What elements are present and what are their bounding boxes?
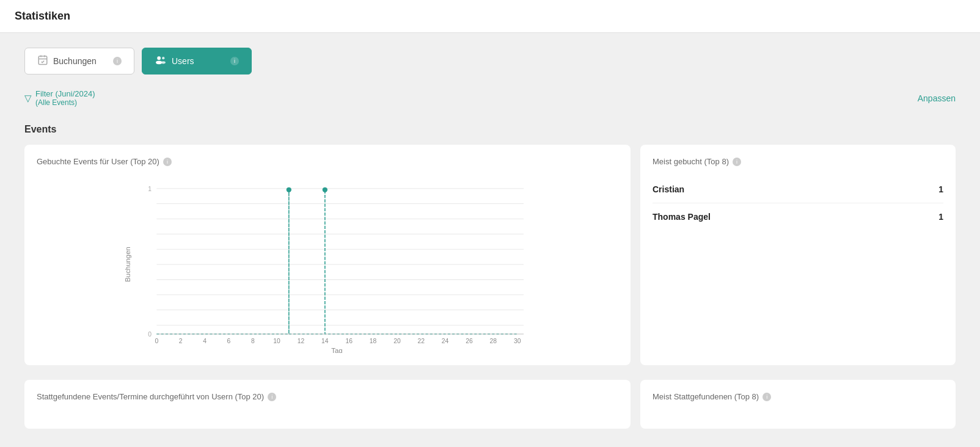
svg-rect-0 [38,56,47,65]
svg-text:26: 26 [466,338,473,344]
events-section: Events Gebuchte Events für User (Top 20)… [24,124,956,429]
bottom-side-card: Meist Stattgefundenen (Top 8) i [640,380,956,429]
svg-point-4 [157,56,161,60]
svg-text:28: 28 [490,338,497,344]
bottom-row: Stattgefundene Events/Termine durchgefüh… [24,380,956,429]
tab-buchungen[interactable]: Buchungen i [24,48,134,74]
filter-main-text: Filter (Juni/2024) [35,89,95,98]
svg-point-22 [287,187,291,192]
buchungen-info-icon[interactable]: i [113,57,122,65]
tab-buchungen-label: Buchungen [53,56,97,66]
top8-card: Meist gebucht (Top 8) i Cristian 1 Thoma… [640,145,956,365]
svg-text:10: 10 [273,338,280,344]
ranking-count-cristian: 1 [938,184,943,194]
ranking-item-cristian: Cristian 1 [653,176,943,203]
svg-text:14: 14 [321,338,329,344]
svg-text:4: 4 [203,338,207,344]
bottom-side-info-icon[interactable]: i [762,393,771,401]
tab-row: Buchungen i Users i [24,48,956,74]
svg-text:8: 8 [251,338,255,344]
svg-point-5 [162,57,164,59]
svg-text:1: 1 [148,186,152,192]
ranking-list: Cristian 1 Thomas Pagel 1 [653,176,943,230]
chart1-info-icon[interactable]: i [163,158,172,166]
users-icon [155,54,167,68]
filter-icon: ▽ [24,93,32,104]
line-chart-svg: Buchungen 1 [37,176,618,353]
ranking-count-thomas: 1 [938,212,943,222]
svg-text:16: 16 [345,338,353,344]
page-title: Statistiken [15,10,70,22]
bottom-chart-card: Stattgefundene Events/Termine durchgefüh… [24,380,631,429]
charts-row: Gebuchte Events für User (Top 20) i Buch… [24,145,956,365]
svg-point-6 [156,60,162,64]
svg-text:20: 20 [393,338,401,344]
top8-info-icon[interactable]: i [733,158,741,166]
filter-row: ▽ Filter (Juni/2024) (Alle Events) Anpas… [24,89,956,107]
svg-text:24: 24 [442,338,449,344]
svg-text:2: 2 [179,338,183,344]
calendar-icon [37,54,48,68]
svg-text:6: 6 [227,338,231,344]
ranking-item-thomas: Thomas Pagel 1 [653,203,943,230]
svg-point-7 [161,61,166,64]
bottom-side-title: Meist Stattgefundenen (Top 8) i [653,392,943,401]
svg-text:Tag: Tag [331,347,342,353]
svg-text:0: 0 [155,338,158,344]
ranking-name-cristian: Cristian [653,184,684,194]
tab-users[interactable]: Users i [142,48,252,74]
svg-text:Buchungen: Buchungen [124,247,131,282]
line-chart-area: Buchungen 1 [37,176,618,353]
adjust-link[interactable]: Anpassen [918,93,956,103]
events-heading: Events [24,124,956,135]
svg-text:30: 30 [514,338,521,344]
tab-users-label: Users [172,56,194,66]
chart1-title: Gebuchte Events für User (Top 20) i [37,157,618,166]
line-chart-card: Gebuchte Events für User (Top 20) i Buch… [24,145,631,365]
page-header: Statistiken [0,0,980,33]
svg-text:12: 12 [298,338,305,344]
svg-text:0: 0 [148,331,152,338]
bottom-chart-info-icon[interactable]: i [268,393,276,401]
filter-label: ▽ Filter (Juni/2024) (Alle Events) [24,89,95,107]
bottom-chart-title: Stattgefundene Events/Termine durchgefüh… [37,392,618,401]
svg-text:22: 22 [418,338,425,344]
ranking-name-thomas: Thomas Pagel [653,212,711,222]
filter-sub-text: (Alle Events) [35,98,95,107]
svg-point-23 [323,187,327,192]
top8-title: Meist gebucht (Top 8) i [653,157,943,166]
svg-text:18: 18 [370,338,377,344]
main-content: Buchungen i Users i ▽ [0,33,980,443]
users-info-icon[interactable]: i [230,57,239,65]
